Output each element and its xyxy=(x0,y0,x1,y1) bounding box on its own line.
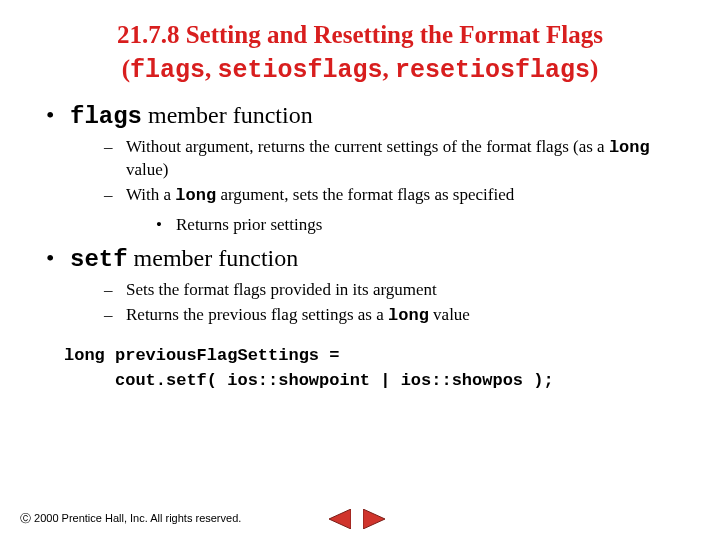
flags-d2a: With a xyxy=(126,185,175,204)
next-button[interactable] xyxy=(362,508,386,530)
title-code-resetiosflags: resetiosflags xyxy=(395,56,590,85)
bullet-list: flags member function Without argument, … xyxy=(36,102,684,329)
flags-d2c: argument, sets the format flags as speci… xyxy=(216,185,514,204)
setf-d2a: Returns the previous flag settings as a xyxy=(126,305,388,324)
bullet-flags-text: member function xyxy=(142,102,313,128)
triangle-right-icon xyxy=(363,509,385,529)
bullet-setf-code: setf xyxy=(70,246,128,273)
setf-dash-2: Returns the previous flag settings as a … xyxy=(104,304,684,328)
bullet-setf-text: member function xyxy=(128,245,299,271)
flags-dash-2: With a long argument, sets the format fl… xyxy=(104,184,684,237)
bullet-setf: setf member function Sets the format fla… xyxy=(42,245,684,328)
flags-sub-1: Returns prior settings xyxy=(156,214,684,237)
code-line-1: long previousFlagSettings = xyxy=(64,346,339,365)
title-code-setiosflags: setiosflags xyxy=(217,56,382,85)
flags-d2-long: long xyxy=(175,186,216,205)
setf-dash-1: Sets the format flags provided in its ar… xyxy=(104,279,684,302)
title-sep2: , xyxy=(383,55,396,82)
svg-marker-0 xyxy=(329,509,351,529)
prev-button[interactable] xyxy=(328,508,352,530)
bullet-flags: flags member function Without argument, … xyxy=(42,102,684,238)
nav-buttons xyxy=(328,508,386,530)
setf-d2-long: long xyxy=(388,306,429,325)
copyright-footer: Ⓒ 2000 Prentice Hall, Inc. All rights re… xyxy=(20,511,241,526)
svg-marker-1 xyxy=(363,509,385,529)
title-paren-open: ( xyxy=(122,55,130,82)
flags-d1a: Without argument, returns the current se… xyxy=(126,137,609,156)
triangle-left-icon xyxy=(329,509,351,529)
title-sep1: , xyxy=(205,55,218,82)
slide-title: 21.7.8 Setting and Resetting the Format … xyxy=(36,18,684,88)
title-paren-close: ) xyxy=(590,55,598,82)
code-line-2: cout.setf( ios::showpoint | ios::showpos… xyxy=(64,371,554,390)
title-line1: 21.7.8 Setting and Resetting the Format … xyxy=(117,21,603,48)
flags-d1-long: long xyxy=(609,138,650,157)
flags-d1c: value) xyxy=(126,160,168,179)
bullet-flags-code: flags xyxy=(70,103,142,130)
setf-d2c: value xyxy=(429,305,470,324)
code-example: long previousFlagSettings = cout.setf( i… xyxy=(64,344,684,393)
flags-dash-1: Without argument, returns the current se… xyxy=(104,136,684,183)
title-code-flags: flags xyxy=(130,56,205,85)
